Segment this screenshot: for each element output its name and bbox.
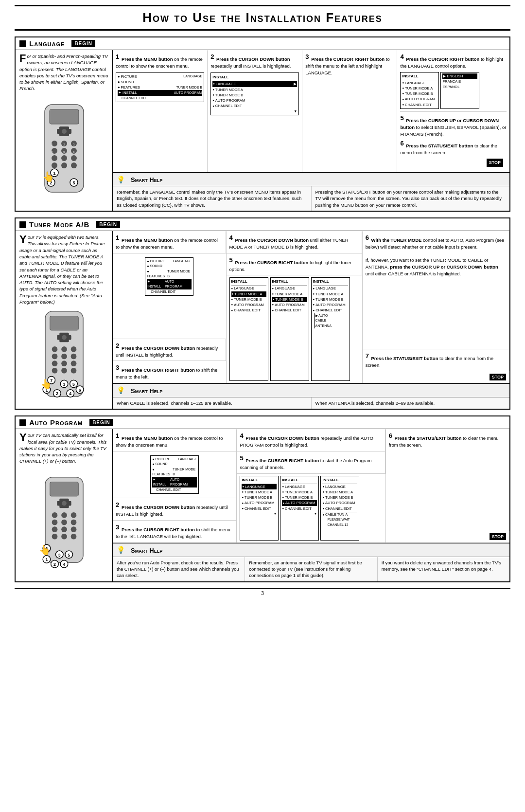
apscreen4-r3: ●TUNER MODE B — [322, 495, 357, 500]
tuner-screen1: ● PICTURELANGUAGE ● SOUND ● FEATURESTUNE… — [145, 257, 193, 296]
language-smart-help-inner: 💡 Smart Help Remember, the LANGUAGE cont… — [113, 173, 509, 211]
auto-program-intro: Y our TV can automatically set itself fo… — [19, 432, 108, 464]
svg-rect-1 — [50, 109, 79, 124]
language-section: Language BEGIN F or or Spanish- and Fren… — [15, 36, 510, 212]
screen1-item1: ● PICTURELANGUAGE — [118, 74, 202, 79]
tscreen2-r5: ●CHANNEL EDIT — [231, 307, 266, 313]
apscreen2-r4: ●AUTO PROGRAM — [242, 500, 277, 505]
tuner-step1: 1 Press the MENU button on the remote co… — [113, 231, 226, 253]
language-step1-bold: Press the MENU button — [122, 56, 173, 62]
tuner-mode-begin-badge: BEGIN — [96, 221, 120, 228]
tuner-mode-icon — [19, 221, 26, 228]
apscreen4-h: INSTALL — [322, 477, 357, 484]
auto-program-icon — [19, 419, 26, 426]
tuner-smart-help-col2: When ANTENNA is selected, channels 2–69 … — [312, 397, 510, 409]
tuner-smart-help-header: 💡 Smart Help — [113, 384, 509, 397]
auto-step6-bold: Press the STATUS/EXIT button — [395, 435, 462, 441]
screen3b-item2: FRANCAIS — [442, 79, 477, 84]
language-icon — [19, 40, 26, 47]
tuner-step1-bold: Press the MENU button — [122, 237, 173, 243]
auto-step1-bold: Press the MENU button — [122, 435, 173, 441]
language-left-col: F or or Spanish- and French-speaking TV … — [16, 50, 113, 211]
apscreen3-h: INSTALL — [282, 477, 317, 484]
language-step5-rest: to select ENGLISH, ESPANOL (Spanish), or… — [400, 125, 506, 137]
tuner-step2-bold: Press the CURSOR DOWN button — [122, 345, 195, 351]
tuner-step4-bold: Press the CURSOR DOWN button — [235, 237, 308, 243]
tuner-step4-num: 4 — [229, 234, 233, 241]
apscreen2-r1: ●LANGUAGE — [242, 484, 277, 489]
auto-program-remote-area: 6 1 3 5 2 4 👆 — [19, 467, 108, 578]
svg-point-78 — [70, 534, 76, 540]
tscreen3-r4: ●AUTO PROGRAM — [272, 302, 307, 307]
auto-smart-help-header: 💡 Smart Help — [113, 543, 509, 557]
svg-point-45 — [61, 368, 67, 374]
tscreen3-r3: ●TUNER MODE B — [272, 297, 307, 302]
screen3a-item1: ●LANGUAGE — [402, 80, 437, 86]
auto-program-begin-badge: BEGIN — [89, 419, 113, 426]
language-step4-col: 4 Press the CURSOR RIGHT button to highl… — [397, 50, 509, 172]
tuner-smart-help-title: Smart Help — [127, 385, 162, 396]
language-stop-wrap: STOP — [400, 156, 507, 169]
svg-point-12 — [61, 155, 67, 161]
svg-text:5: 5 — [68, 553, 70, 558]
auto-screen1-wrap: ● PICTURELANGUAGE ● SOUND ● FEATURESTUNE… — [113, 451, 236, 498]
tscreen3-h: INSTALL — [272, 279, 307, 286]
apscreen1-r4: ✦ INSTALLAUTO PROGRAM — [152, 477, 197, 487]
language-header: Language BEGIN — [16, 37, 509, 50]
language-step2-bold: Press the CURSOR DOWN button — [216, 56, 290, 62]
tuner-mode-steps-and-help: 1 Press the MENU button on the remote co… — [113, 231, 509, 409]
auto-remote-svg: 6 1 3 5 2 4 👆 — [33, 475, 96, 570]
svg-point-67 — [52, 512, 57, 518]
auto-smart-help-col1: After you've run Auto Program, check out… — [113, 557, 245, 581]
language-step3-num: 3 — [305, 53, 309, 60]
apscreen1-r3: ● FEATURESTUNER MODE B — [152, 467, 197, 477]
tuner-step3-bold: Press the CURSOR RIGHT button — [122, 367, 195, 373]
tuner-screen4: INSTALL ●LANGUAGE ●TUNER MODE A ●TUNER M… — [311, 277, 350, 381]
tuner-step7-bold: Press the STATUS/EXIT button — [371, 356, 438, 361]
tscreen4-r1: ●LANGUAGE — [313, 286, 348, 291]
svg-rect-63 — [50, 482, 78, 496]
language-step2-rest: repeatedly until INSTALL is highlighted. — [210, 63, 291, 69]
auto-smart-help-col2: Remember, an antenna or cable TV signal … — [245, 557, 377, 581]
tuner-stop-wrap: STOP — [363, 371, 509, 383]
tscreen1-r2: ● SOUND — [147, 264, 192, 269]
svg-point-76 — [52, 534, 57, 540]
tuner-mode-content: Y our TV is equipped with two tuners. Th… — [16, 231, 509, 409]
auto-smart-help-cols: After you've run Auto Program, check out… — [113, 557, 509, 581]
screen3a-item4: ●AUTO PROGRAM — [402, 96, 437, 102]
svg-point-69 — [70, 512, 76, 518]
language-step1-num: 1 — [116, 53, 119, 60]
tuner-step3-num: 3 — [116, 364, 119, 371]
apscreen3-r3: ●TUNER MODE B — [282, 495, 317, 500]
auto-bulb-icon: 💡 — [117, 546, 125, 554]
auto-screens-mid: INSTALL ●LANGUAGE ●TUNER MODE A ●TUNER M… — [237, 473, 385, 542]
tuner-step5-num: 5 — [229, 256, 233, 264]
svg-point-41 — [52, 361, 57, 367]
tscreen2-r4: ●AUTO PROGRAM — [231, 302, 266, 307]
tuner-mode-title: Tuner Mode A/B — [29, 220, 89, 229]
svg-point-72 — [70, 520, 76, 525]
tscreen1-r5: CHANNEL EDIT — [147, 289, 192, 295]
auto-step5-num: 5 — [240, 454, 243, 462]
auto-program-drop-cap: Y — [19, 432, 27, 443]
language-step3-bold: Press the CURSOR RIGHT button — [311, 56, 385, 62]
language-smart-help-col2: Pressing the STATUS/EXIT button on your … — [312, 186, 510, 211]
auto-step1: 1 Press the MENU button on the remote co… — [113, 429, 236, 451]
screen2-header: INSTALL — [212, 74, 297, 81]
auto-smart-help-inner: 💡 Smart Help After you've run Auto Progr… — [113, 543, 509, 581]
screen1-item4: ✦ INSTALLAUTO PROGRAM — [118, 90, 202, 95]
screen2-item4: ●AUTO PROGRAM — [212, 98, 297, 103]
tuner-step7: 7 Press the STATUS/EXIT button to clear … — [363, 349, 509, 371]
auto-step5-bold: Press the CURSOR RIGHT button — [245, 458, 319, 463]
svg-text:1: 1 — [45, 558, 48, 562]
auto-step5: 5 Press the CURSOR RIGHT button to start… — [237, 451, 385, 473]
tscreen4-r5: ●CHANNEL EDIT — [313, 307, 348, 313]
svg-text:5: 5 — [72, 180, 75, 185]
screen2-item3: ●TUNER MODE B — [212, 92, 297, 98]
tuner-steps-right: 6 With the TUNER MODE control set to AUT… — [363, 231, 509, 383]
language-steps-and-help: 1 Press the MENU button on the remote co… — [113, 50, 509, 211]
apscreen2-h: INSTALL — [242, 477, 277, 484]
apscreen2-r3: ●TUNER MODE B — [242, 495, 277, 500]
auto-program-content: Y our TV can automatically set itself fo… — [16, 429, 509, 581]
page: How to Use the Installation Features Lan… — [0, 0, 525, 608]
